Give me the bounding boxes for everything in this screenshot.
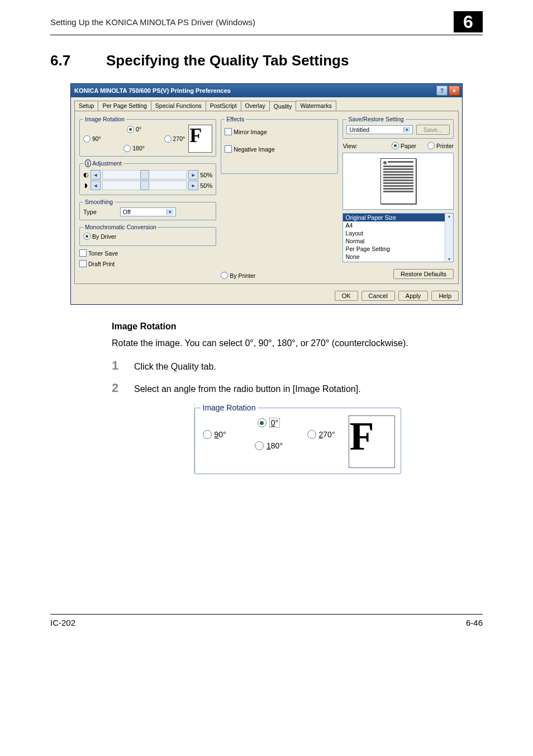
tab-watermarks[interactable]: Watermarks [296, 101, 336, 111]
effects-group: Effects Mirror Image Negative Image [221, 116, 338, 174]
adjustment-legend: i Adjustment [83, 160, 123, 167]
effects-legend: Effects [225, 116, 246, 122]
small-rotation-270-label: 270° [319, 430, 335, 439]
view-printer-label: Printer [436, 143, 454, 149]
section-number: 6.7 [50, 52, 106, 69]
toner-save-checkbox[interactable]: Toner Save [79, 249, 118, 257]
cancel-button[interactable]: Cancel [361, 291, 395, 301]
dialog-tabs: Setup Per Page Setting Special Functions… [71, 97, 462, 111]
mono-by-printer-radio[interactable]: By Printer [221, 272, 255, 279]
adj2-right[interactable]: ► [188, 181, 198, 190]
tab-overlay[interactable]: Overlay [241, 101, 270, 111]
rotation-180-radio[interactable]: 180° [123, 145, 145, 152]
rotation-0-label: 0° [136, 126, 141, 133]
paper-preview [342, 153, 454, 210]
small-rotation-0-label: 0° [269, 418, 280, 428]
smoothing-type-label: Type [83, 209, 97, 215]
mono-legend: Monochromatic Conversion [83, 224, 158, 230]
tab-postscript[interactable]: PostScript [206, 101, 241, 111]
dialog-titlebar: KONICA MINOLTA 750/600 PS(V) Printing Pr… [71, 84, 462, 97]
restore-defaults-button[interactable]: Restore Defaults [393, 269, 454, 279]
adj2-thumb[interactable] [140, 181, 149, 190]
listbox-item[interactable]: Normal [343, 237, 453, 245]
mirror-image-label: Mirror Image [234, 129, 267, 135]
smoothing-type-select[interactable]: Off ▾ [120, 207, 176, 216]
settings-listbox[interactable]: Original Paper Size A4 Layout Normal Per… [342, 213, 454, 262]
step-number-1: 1 [112, 358, 122, 373]
tab-setup[interactable]: Setup [74, 101, 98, 111]
titlebar-close-button[interactable]: × [449, 86, 460, 96]
subheading-image-rotation: Image Rotation [112, 322, 483, 332]
image-rotation-group: Image Rotation 0° 90° 270° [79, 116, 216, 157]
step-text-1: Click the Quality tab. [134, 362, 216, 372]
small-rotation-270-radio[interactable]: 270° [307, 430, 335, 439]
ok-button[interactable]: OK [335, 291, 358, 301]
chevron-down-icon: ▾ [166, 209, 173, 215]
mono-by-driver-radio[interactable]: By Driver [83, 233, 116, 240]
listbox-item[interactable]: None [343, 253, 453, 261]
rotation-0-radio[interactable]: 0° [127, 126, 141, 133]
adj2-track[interactable] [102, 181, 187, 190]
small-rotation-180-radio[interactable]: 180° [255, 441, 283, 450]
mono-by-driver-label: By Driver [92, 233, 116, 240]
apply-button[interactable]: Apply [398, 291, 429, 301]
listbox-scrollbar[interactable]: ▴▾ [445, 214, 453, 262]
step-text-2: Select an angle from the radio button in… [134, 384, 361, 394]
small-rotation-180-label: 180° [266, 441, 283, 450]
adj2-left[interactable]: ◄ [91, 181, 101, 190]
adjustment-group: i Adjustment ◐ ◄ ► 50% ◗ ◄ ► [79, 160, 216, 195]
running-head: Setting Up the KONICA MINOLTA PS Driver … [50, 17, 255, 27]
mirror-image-checkbox[interactable]: Mirror Image [225, 128, 267, 135]
adj1-right[interactable]: ► [188, 170, 198, 179]
view-paper-label: Paper [401, 143, 416, 149]
draft-print-checkbox[interactable]: Draft Print [79, 260, 115, 267]
tab-per-page-setting[interactable]: Per Page Setting [98, 101, 151, 111]
listbox-item[interactable]: Layout [343, 229, 453, 237]
titlebar-help-button[interactable]: ? [436, 86, 448, 96]
save-restore-value: Untitled [349, 126, 369, 133]
save-button[interactable]: Save... [416, 125, 450, 135]
save-restore-legend: Save/Restore Setting [346, 116, 405, 122]
view-paper-radio[interactable]: Paper [392, 142, 416, 149]
para-rotate-image: Rotate the image. You can select 0°, 90°… [112, 338, 483, 348]
smoothing-legend: Smoothing [83, 199, 115, 205]
rotation-270-radio[interactable]: 270° [164, 135, 185, 143]
save-restore-group: Save/Restore Setting Untitled ▾ Save... [342, 116, 454, 139]
image-rotation-closeup: Image Rotation 0° 90° 270° [194, 403, 401, 474]
listbox-header: Original Paper Size [343, 214, 453, 221]
save-restore-select[interactable]: Untitled ▾ [346, 125, 412, 134]
printing-preferences-dialog: KONICA MINOLTA 750/600 PS(V) Printing Pr… [70, 83, 463, 305]
chapter-badge: 6 [454, 11, 483, 32]
tab-special-functions[interactable]: Special Functions [151, 101, 206, 111]
small-rotation-0-radio[interactable]: 0° [258, 418, 280, 428]
mono-group: Monochromatic Conversion By Driver [79, 224, 216, 246]
listbox-item[interactable]: Per Page Setting [343, 245, 453, 253]
rotation-preview: F [188, 125, 212, 153]
section-title: 6.7Specifying the Quality Tab Settings [50, 52, 483, 69]
small-rotation-90-radio[interactable]: 90° [203, 430, 226, 439]
listbox-item[interactable]: A4 [343, 221, 453, 229]
adj1-left[interactable]: ◄ [91, 170, 101, 179]
footer-left: IC-202 [50, 618, 75, 627]
adj1-track[interactable] [102, 170, 187, 179]
tab-quality[interactable]: Quality [269, 101, 297, 111]
small-rotation-preview: F [349, 415, 395, 468]
section-title-text: Specifying the Quality Tab Settings [106, 52, 349, 69]
rotation-90-radio[interactable]: 90° [83, 135, 101, 143]
image-rotation-legend-small: Image Rotation [201, 403, 258, 412]
step-number-2: 2 [112, 381, 122, 395]
adj2-value: 50% [200, 182, 212, 189]
negative-image-checkbox[interactable]: Negative Image [225, 145, 275, 153]
help-button[interactable]: Help [431, 291, 459, 301]
small-rotation-90-label: 90° [215, 430, 226, 439]
footer-right: 6-46 [466, 618, 483, 627]
dialog-title: KONICA MINOLTA 750/600 PS(V) Printing Pr… [74, 87, 231, 94]
adj1-thumb[interactable] [140, 170, 149, 179]
view-printer-radio[interactable]: Printer [427, 142, 454, 149]
negative-image-label: Negative Image [234, 146, 275, 153]
rotation-90-label: 90° [92, 135, 101, 142]
draft-print-label: Draft Print [88, 261, 115, 267]
toner-save-label: Toner Save [88, 250, 118, 257]
smoothing-group: Smoothing Type Off ▾ [79, 199, 216, 220]
rotation-180-label: 180° [132, 145, 145, 152]
